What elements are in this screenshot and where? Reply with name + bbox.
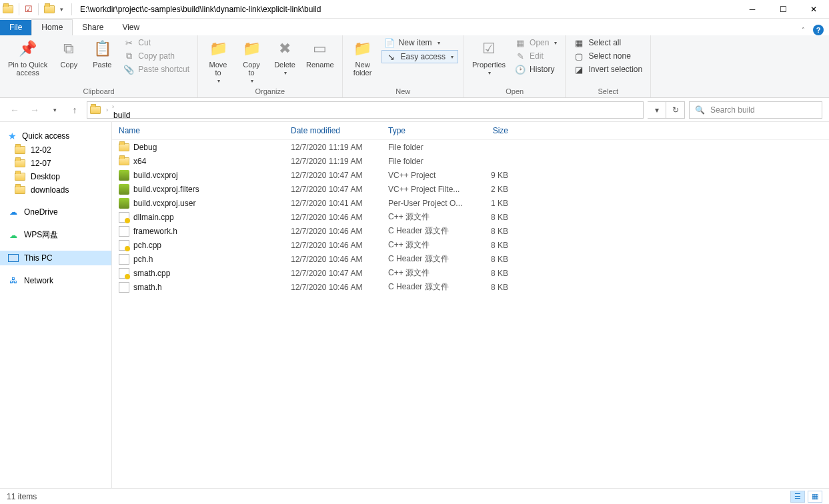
rename-icon: ▭: [309, 38, 331, 59]
chevron-right-icon[interactable]: ›: [111, 103, 115, 110]
back-button[interactable]: ←: [7, 102, 23, 118]
copy-path-button[interactable]: ⧉Copy path: [121, 50, 192, 62]
separator: [38, 3, 39, 15]
tab-home[interactable]: Home: [31, 19, 73, 35]
history-button[interactable]: 🕑History: [512, 63, 560, 75]
refresh-button[interactable]: ↻: [666, 101, 685, 119]
breadcrumb-segment[interactable]: c-samples: [111, 101, 161, 102]
move-to-button[interactable]: 📁Move to▾: [203, 37, 233, 85]
body: ★Quick access 12-0212-07Desktopdownloads…: [0, 122, 829, 488]
nav-quick-item[interactable]: downloads: [0, 183, 111, 197]
maximize-button[interactable]: ☐: [768, 0, 798, 19]
select-none-button[interactable]: ▢Select none: [571, 50, 645, 62]
delete-icon: ✖: [274, 38, 295, 59]
app-folder-icon: [3, 5, 13, 13]
file-row[interactable]: pch.h12/7/2020 10:46 AMC Header 源文件8 KB: [112, 252, 829, 266]
help-icon[interactable]: ?: [813, 25, 824, 35]
minimize-ribbon-icon[interactable]: ˄: [799, 27, 808, 33]
file-date: 12/7/2020 10:41 AM: [291, 199, 388, 208]
invert-selection-button[interactable]: ◪Invert selection: [571, 63, 645, 75]
file-row[interactable]: Debug12/7/2020 11:19 AMFile folder: [112, 140, 829, 154]
column-type[interactable]: Type: [388, 126, 468, 135]
new-item-button[interactable]: 📄New item▾: [381, 37, 458, 49]
forward-button[interactable]: →: [27, 102, 43, 118]
column-date[interactable]: Date modified: [291, 126, 388, 135]
file-name: pch.h: [133, 255, 153, 264]
file-size: 8 KB: [468, 255, 515, 264]
ribbon: 📌 Pin to Quick access ⧉ Copy 📋 Paste ✂Cu…: [0, 35, 829, 98]
group-label: Open: [470, 86, 560, 97]
edit-icon: ✎: [515, 51, 526, 61]
chevron-right-icon[interactable]: ›: [105, 107, 109, 113]
group-open: ☑Properties▾ ▦Open▾ ✎Edit 🕑History Open: [464, 35, 566, 97]
nav-this-pc[interactable]: This PC: [0, 251, 111, 265]
file-row[interactable]: x6412/7/2020 11:19 AMFile folder: [112, 154, 829, 168]
qat-customize-chevron-icon[interactable]: ▾: [57, 6, 66, 13]
tab-file[interactable]: File: [0, 20, 31, 35]
new-folder-qat-icon[interactable]: [44, 5, 55, 13]
file-row[interactable]: smath.h12/7/2020 10:46 AMC Header 源文件8 K…: [112, 280, 829, 294]
properties-icon: ☑: [478, 38, 500, 59]
file-row[interactable]: pch.cpp12/7/2020 10:46 AMC++ 源文件8 KB: [112, 238, 829, 252]
copy-button[interactable]: ⧉ Copy: [54, 37, 83, 70]
address-dropdown-button[interactable]: ▾: [648, 101, 666, 119]
nav-network[interactable]: 🖧Network: [0, 273, 111, 288]
nav-quick-item[interactable]: Desktop: [0, 170, 111, 183]
group-label: Organize: [203, 86, 337, 97]
navigation-pane[interactable]: ★Quick access 12-0212-07Desktopdownloads…: [0, 122, 112, 488]
recent-locations-button[interactable]: ▾: [47, 102, 63, 118]
large-icons-view-button[interactable]: ▦: [808, 491, 822, 503]
select-all-button[interactable]: ▦Select all: [571, 37, 645, 49]
properties-button[interactable]: ☑Properties▾: [470, 37, 508, 77]
separator: [71, 3, 72, 15]
group-label: New: [348, 86, 458, 97]
paste-button[interactable]: 📋 Paste: [87, 37, 117, 70]
file-row[interactable]: dllmain.cpp12/7/2020 10:46 AMC++ 源文件8 KB: [112, 210, 829, 224]
file-row[interactable]: build.vcxproj.user12/7/2020 10:41 AMPer-…: [112, 196, 829, 210]
file-size: 8 KB: [468, 241, 515, 250]
easy-access-button[interactable]: ↘Easy access▾: [381, 50, 458, 63]
delete-button[interactable]: ✖Delete▾: [270, 37, 299, 77]
paste-shortcut-button[interactable]: 📎Paste shortcut: [121, 63, 192, 75]
file-row[interactable]: smath.cpp12/7/2020 10:47 AMC++ 源文件8 KB: [112, 266, 829, 280]
minimize-button[interactable]: ─: [737, 0, 768, 19]
nav-quick-item[interactable]: 12-07: [0, 157, 111, 170]
shortcut-icon: 📎: [123, 64, 134, 75]
nav-wps[interactable]: ☁WPS网盘: [0, 227, 111, 243]
new-folder-button[interactable]: 📁New folder: [348, 37, 377, 78]
pin-to-quick-access-button[interactable]: 📌 Pin to Quick access: [5, 37, 50, 78]
window-buttons: ─ ☐ ✕: [737, 0, 829, 19]
pc-icon: [8, 253, 19, 263]
file-type: Per-User Project O...: [388, 199, 468, 208]
copy-to-button[interactable]: 📁Copy to▾: [237, 37, 266, 85]
cut-button[interactable]: ✂Cut: [121, 37, 192, 49]
file-size: 8 KB: [468, 269, 515, 278]
up-button[interactable]: ↑: [67, 102, 83, 118]
rename-button[interactable]: ▭Rename: [303, 37, 337, 70]
nav-onedrive[interactable]: ☁OneDrive: [0, 205, 111, 219]
file-name: framework.h: [133, 227, 177, 236]
properties-qat-icon[interactable]: ☑: [25, 4, 33, 14]
edit-button[interactable]: ✎Edit: [512, 50, 560, 62]
details-view-button[interactable]: ☰: [790, 491, 805, 503]
file-row[interactable]: framework.h12/7/2020 10:46 AMC Header 源文…: [112, 224, 829, 238]
file-row[interactable]: build.vcxproj.filters12/7/2020 10:47 AMV…: [112, 182, 829, 196]
column-name[interactable]: Name: [119, 126, 291, 135]
nav-quick-item[interactable]: 12-02: [0, 143, 111, 157]
search-box[interactable]: 🔍 Search build: [689, 101, 822, 119]
breadcrumb-segment[interactable]: build: [111, 111, 161, 119]
open-button[interactable]: ▦Open▾: [512, 37, 560, 49]
file-type: C Header 源文件: [388, 253, 468, 265]
tab-view[interactable]: View: [113, 20, 149, 35]
column-size[interactable]: Size: [468, 126, 515, 135]
search-icon: 🔍: [695, 105, 705, 115]
folder-icon: [15, 146, 25, 154]
cloud-icon: ☁: [8, 207, 19, 217]
file-row[interactable]: build.vcxproj12/7/2020 10:47 AMVC++ Proj…: [112, 168, 829, 182]
address-bar[interactable]: › This PC›软件 (E:)›workdir›project›c-samp…: [87, 101, 644, 119]
tab-share[interactable]: Share: [73, 20, 113, 35]
easy-access-icon: ↘: [386, 51, 397, 62]
nav-quick-access[interactable]: ★Quick access: [0, 129, 111, 143]
file-date: 12/7/2020 10:46 AM: [291, 241, 388, 250]
close-button[interactable]: ✕: [798, 0, 829, 19]
